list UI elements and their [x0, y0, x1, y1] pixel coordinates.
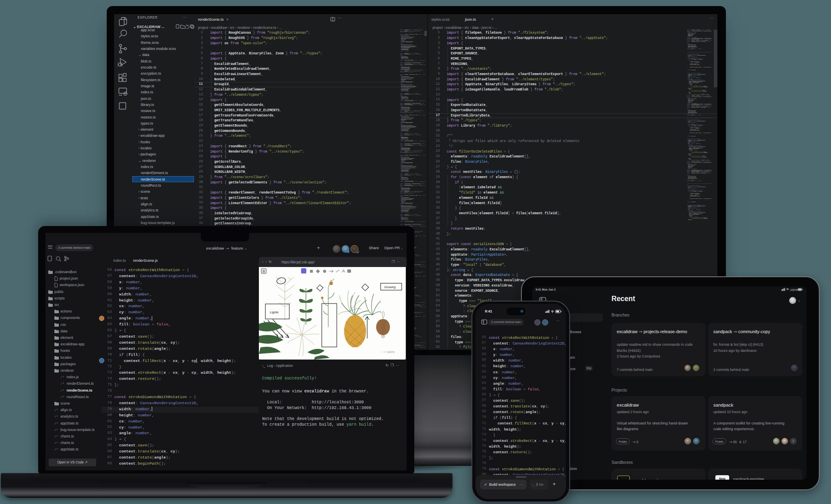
svg-text:Lights: Lights	[270, 310, 278, 314]
svg-text:− + 100%: − + 100%	[381, 350, 394, 354]
svg-text:Growing: Growing	[384, 285, 396, 289]
svg-text:100%: 100%	[790, 289, 797, 291]
